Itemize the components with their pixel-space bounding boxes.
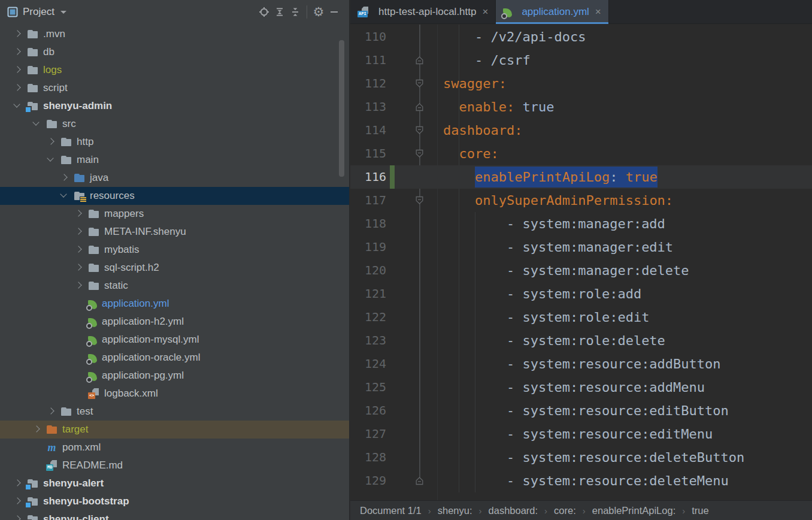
- breadcrumb-item[interactable]: core:: [554, 505, 576, 516]
- tree-item-test[interactable]: test: [0, 403, 349, 421]
- fold-end-marker-icon[interactable]: [415, 56, 424, 65]
- breadcrumb-item[interactable]: Document 1/1: [360, 505, 422, 516]
- chevron-collapsed-icon[interactable]: [12, 47, 23, 58]
- tree-item-script[interactable]: script: [0, 79, 349, 97]
- fold-end-marker-icon[interactable]: [415, 102, 424, 111]
- chevron-expanded-icon[interactable]: [12, 101, 23, 111]
- chevron-collapsed-icon[interactable]: [12, 65, 23, 75]
- code-text[interactable]: enablePrintApiLog: true: [443, 165, 658, 189]
- editor-tab-http-test-api-local.http[interactable]: APIhttp-test-api-local.http×: [350, 0, 496, 24]
- tree-item-db[interactable]: db: [0, 43, 349, 61]
- code-text[interactable]: enable: true: [443, 95, 554, 119]
- code-text[interactable]: - system:resource:deleteButton: [443, 446, 744, 469]
- tree-item-application-h2.yml[interactable]: application-h2.yml: [0, 313, 349, 331]
- editor-line-126[interactable]: 126 - system:resource:editButton: [350, 399, 812, 422]
- tree-item-README.md[interactable]: MDREADME.md: [0, 456, 349, 474]
- editor-line-127[interactable]: 127 - system:resource:editMenu: [350, 422, 812, 446]
- chevron-collapsed-icon[interactable]: [31, 424, 42, 435]
- chevron-down-icon[interactable]: [60, 11, 66, 14]
- editor-line-118[interactable]: 118 - system:manager:add: [350, 212, 812, 235]
- fold-start-marker-icon[interactable]: [415, 149, 424, 158]
- chevron-collapsed-icon[interactable]: [46, 137, 56, 147]
- editor-line-128[interactable]: 128 - system:resource:deleteButton: [350, 446, 812, 469]
- tree-item-resources[interactable]: resources: [0, 187, 349, 205]
- code-text[interactable]: - /csrf: [443, 49, 531, 72]
- code-text[interactable]: - system:resource:addButton: [443, 352, 721, 376]
- collapse-all-icon[interactable]: [287, 4, 303, 20]
- chevron-collapsed-icon[interactable]: [73, 280, 84, 291]
- tree-item-target[interactable]: target: [0, 421, 349, 439]
- chevron-collapsed-icon[interactable]: [12, 29, 23, 40]
- editor-line-125[interactable]: 125 - system:resource:addMenu: [350, 376, 812, 399]
- code-text[interactable]: core:: [443, 142, 499, 165]
- code-text[interactable]: - system:resource:editMenu: [443, 422, 713, 446]
- code-text[interactable]: - system:manager:add: [443, 212, 665, 235]
- tree-item-application-oracle.yml[interactable]: application-oracle.yml: [0, 349, 349, 367]
- tree-item-logback.xml[interactable]: <>logback.xml: [0, 385, 349, 403]
- chevron-collapsed-icon[interactable]: [46, 406, 56, 417]
- chevron-collapsed-icon[interactable]: [12, 478, 23, 489]
- editor-line-122[interactable]: 122 - system:role:edit: [350, 306, 812, 329]
- tree-item-shenyu-alert[interactable]: shenyu-alert: [0, 474, 349, 492]
- editor-line-113[interactable]: 113 enable: true: [350, 95, 812, 119]
- chevron-expanded-icon[interactable]: [31, 119, 42, 129]
- chevron-collapsed-icon[interactable]: [73, 262, 84, 273]
- editor-line-116[interactable]: 116 enablePrintApiLog: true: [350, 165, 812, 189]
- breadcrumb-item[interactable]: true: [692, 505, 708, 516]
- hide-panel-icon[interactable]: [326, 4, 342, 20]
- editor-line-123[interactable]: 123 - system:role:delete: [350, 329, 812, 352]
- gear-icon[interactable]: ⚙: [311, 4, 326, 20]
- tree-item-pom.xml[interactable]: mpom.xml: [0, 439, 349, 456]
- chevron-expanded-icon[interactable]: [46, 155, 56, 165]
- fold-start-marker-icon[interactable]: [415, 126, 424, 135]
- code-text[interactable]: - system:role:delete: [443, 329, 665, 352]
- fold-start-marker-icon[interactable]: [415, 79, 424, 88]
- code-text[interactable]: dashboard:: [443, 119, 522, 142]
- code-text[interactable]: - system:manager:delete: [443, 259, 689, 282]
- chevron-collapsed-icon[interactable]: [12, 514, 23, 520]
- editor-body[interactable]: 110 - /v2/api-docs111 - /csrf112swagger:…: [350, 25, 812, 500]
- editor-line-119[interactable]: 119 - system:manager:edit: [350, 235, 812, 259]
- close-tab-icon[interactable]: ×: [482, 6, 488, 18]
- breadcrumb-item[interactable]: enablePrintApiLog:: [592, 505, 675, 516]
- chevron-collapsed-icon[interactable]: [59, 173, 69, 183]
- editor-line-117[interactable]: 117 onlySuperAdminPermission:: [350, 189, 812, 212]
- tree-item-application-pg.yml[interactable]: application-pg.yml: [0, 367, 349, 385]
- code-text[interactable]: - system:role:add: [443, 282, 641, 306]
- editor-line-121[interactable]: 121 - system:role:add: [350, 282, 812, 306]
- code-text[interactable]: - system:resource:deleteMenu: [443, 469, 729, 492]
- tree-item-shenyu-bootstrap[interactable]: shenyu-bootstrap: [0, 492, 349, 510]
- editor-line-115[interactable]: 115 core:: [350, 142, 812, 165]
- chevron-collapsed-icon[interactable]: [12, 83, 23, 93]
- code-text[interactable]: - system:manager:edit: [443, 235, 673, 259]
- chevron-collapsed-icon[interactable]: [73, 208, 84, 219]
- code-text[interactable]: onlySuperAdminPermission:: [443, 189, 673, 212]
- editor-line-129[interactable]: 129 - system:resource:deleteMenu: [350, 469, 812, 492]
- code-text[interactable]: - /v2/api-docs: [443, 25, 586, 49]
- tree-item-static[interactable]: static: [0, 277, 349, 295]
- chevron-collapsed-icon[interactable]: [73, 226, 84, 237]
- editor-line-111[interactable]: 111 - /csrf: [350, 49, 812, 72]
- expand-all-icon[interactable]: [272, 4, 287, 20]
- fold-end-marker-icon[interactable]: [415, 476, 424, 485]
- tree-item-.mvn[interactable]: .mvn: [0, 25, 349, 43]
- editor-line-112[interactable]: 112swagger:: [350, 72, 812, 95]
- tree-item-application.yml[interactable]: application.yml: [0, 295, 349, 313]
- editor-line-114[interactable]: 114dashboard:: [350, 119, 812, 142]
- tree-item-src[interactable]: src: [0, 115, 349, 133]
- breadcrumb-item[interactable]: shenyu:: [438, 505, 472, 516]
- tree-item-java[interactable]: java: [0, 169, 349, 187]
- tree-item-shenyu-client[interactable]: shenyu-client: [0, 510, 349, 520]
- code-text[interactable]: swagger:: [443, 72, 507, 95]
- tree-item-mybatis[interactable]: mybatis: [0, 241, 349, 259]
- tree-item-META-INF.shenyu[interactable]: META-INF.shenyu: [0, 223, 349, 241]
- fold-start-marker-icon[interactable]: [415, 196, 424, 205]
- tree-item-mappers[interactable]: mappers: [0, 205, 349, 223]
- chevron-collapsed-icon[interactable]: [12, 496, 23, 507]
- close-tab-icon[interactable]: ×: [595, 6, 601, 18]
- tree-item-main[interactable]: main: [0, 151, 349, 169]
- locate-file-icon[interactable]: [256, 4, 272, 20]
- code-text[interactable]: - system:role:edit: [443, 306, 649, 329]
- editor-line-124[interactable]: 124 - system:resource:addButton: [350, 352, 812, 376]
- tree-item-application-mysql.yml[interactable]: application-mysql.yml: [0, 331, 349, 349]
